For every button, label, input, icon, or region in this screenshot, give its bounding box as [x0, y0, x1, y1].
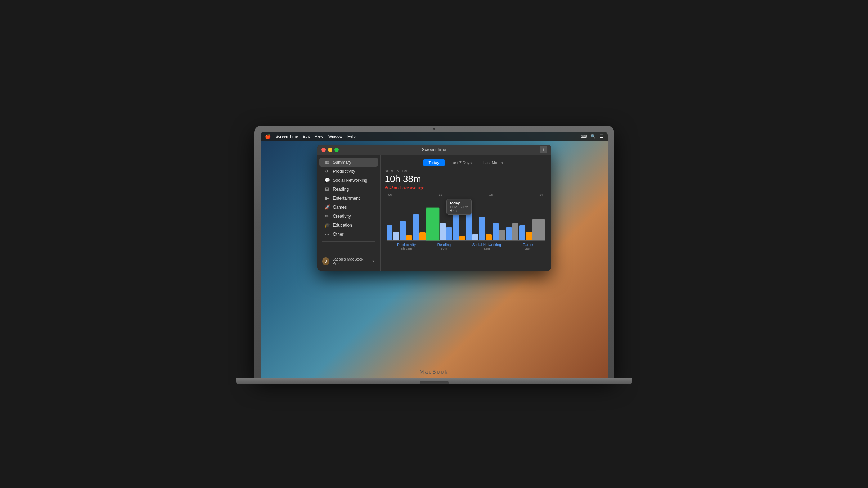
bar	[419, 232, 426, 240]
chart-area: 06 12 18 24	[385, 193, 547, 266]
sidebar-item-creativity[interactable]: ✏ Creativity	[319, 212, 378, 221]
chart-baseline	[387, 240, 545, 241]
window-titlebar: Screen Time ⬆	[317, 145, 551, 155]
bar-group-9	[493, 197, 505, 240]
category-time-productivity: 8h 25m	[397, 247, 416, 250]
category-reading: Reading 50m	[437, 243, 451, 250]
sidebar-label-other: Other	[333, 232, 344, 237]
entertainment-icon: ▶	[324, 195, 330, 201]
bar	[453, 212, 459, 240]
device-selector[interactable]: J Jacob's MacBook Pro ▼	[317, 255, 380, 268]
bar	[486, 234, 492, 240]
minimize-button[interactable]	[328, 148, 332, 152]
bar-group-3	[413, 197, 426, 240]
desktop-background: 🍎 Screen Time Edit View Window Help ⌨ 🔍 …	[261, 132, 608, 378]
sidebar-divider	[322, 241, 375, 242]
sidebar-item-productivity[interactable]: ✈ Productivity	[319, 167, 378, 176]
bar	[519, 225, 525, 240]
tooltip-time-range: 1 PM – 2 PM	[450, 205, 468, 209]
menubar-window[interactable]: Window	[328, 134, 342, 139]
category-time-social: 32m	[472, 247, 501, 250]
sidebar-item-social-networking[interactable]: 💬 Social Networking	[319, 176, 378, 185]
other-icon: ⋯	[324, 231, 330, 237]
sidebar-label-education: Education	[333, 223, 352, 228]
filter-last7-button[interactable]: Last 7 Days	[445, 159, 477, 166]
chart-x-labels: 06 12 18 24	[385, 193, 547, 196]
bar	[506, 227, 512, 240]
hover-tooltip: Today 1 PM – 2 PM 60m	[446, 199, 472, 215]
menu-icon[interactable]: ☰	[599, 134, 603, 139]
summary-icon: ▦	[324, 159, 330, 165]
sidebar-label-reading: Reading	[333, 187, 349, 192]
bar	[459, 236, 466, 240]
search-icon[interactable]: 🔍	[590, 134, 596, 139]
maximize-button[interactable]	[334, 148, 339, 152]
category-name-games: Games	[522, 243, 534, 247]
sidebar-item-summary[interactable]: ▦ Summary	[319, 158, 378, 167]
social-icon: 💬	[324, 177, 330, 183]
bar	[393, 232, 399, 240]
screen-bezel: 🍎 Screen Time Edit View Window Help ⌨ 🔍 …	[261, 132, 608, 378]
bar	[493, 223, 499, 240]
category-name-productivity: Productivity	[397, 243, 416, 247]
filter-last-month-button[interactable]: Last Month	[477, 159, 508, 166]
above-average-text: 45m above average	[390, 186, 424, 190]
category-social-networking: Social Networking 32m	[472, 243, 501, 250]
bar	[413, 214, 419, 240]
bar-group-8	[479, 197, 492, 240]
menubar-edit[interactable]: Edit	[303, 134, 310, 139]
bar-group-11	[519, 197, 532, 240]
reading-icon: ⊟	[324, 186, 330, 192]
screen-time-label: SCREEN TIME	[385, 169, 547, 173]
bar-group-10	[506, 197, 518, 240]
sidebar: ▦ Summary ✈ Productivity 💬 Social Networ…	[317, 155, 380, 271]
sidebar-item-entertainment[interactable]: ▶ Entertainment	[319, 194, 378, 203]
screen-time-value: 10h 38m	[385, 173, 547, 185]
share-button[interactable]: ⬆	[540, 146, 547, 153]
bar	[406, 235, 412, 240]
sidebar-item-education[interactable]: 🎓 Education	[319, 221, 378, 230]
bar	[499, 230, 505, 240]
time-filter-group: Today Last 7 Days Last Month	[385, 159, 547, 166]
sidebar-item-reading[interactable]: ⊟ Reading	[319, 185, 378, 194]
sidebar-item-games[interactable]: 🚀 Games	[319, 203, 378, 212]
screen-time-window: Screen Time ⬆ ▦ Summary	[317, 145, 551, 271]
category-time-reading: 50m	[437, 247, 451, 250]
filter-today-button[interactable]: Today	[423, 159, 445, 166]
bar	[512, 223, 518, 240]
chevron-down-icon: ▼	[372, 259, 375, 263]
apple-logo-icon[interactable]: 🍎	[265, 134, 271, 139]
macbook-screen-label: MacBook	[420, 369, 448, 375]
category-labels: Productivity 8h 25m Reading 50m Social N…	[385, 243, 547, 250]
window-body: ▦ Summary ✈ Productivity 💬 Social Networ…	[317, 155, 551, 271]
menubar-right: ⌨ 🔍 ☰	[581, 134, 603, 139]
laptop-outer: 🍎 Screen Time Edit View Window Help ⌨ 🔍 …	[254, 126, 614, 378]
sidebar-label-entertainment: Entertainment	[333, 196, 360, 201]
menubar: 🍎 Screen Time Edit View Window Help ⌨ 🔍 …	[261, 132, 608, 141]
education-icon: 🎓	[324, 222, 330, 228]
category-productivity: Productivity 8h 25m	[397, 243, 416, 250]
bar-group-2	[400, 197, 412, 240]
category-time-games: 26m	[522, 247, 534, 250]
creativity-icon: ✏	[324, 213, 330, 219]
tooltip-title: Today	[450, 201, 468, 205]
productivity-icon: ✈	[324, 168, 330, 174]
avatar: J	[322, 257, 330, 265]
menubar-app-name[interactable]: Screen Time	[276, 134, 298, 139]
sidebar-label-productivity: Productivity	[333, 169, 355, 174]
menubar-view[interactable]: View	[315, 134, 323, 139]
bar	[400, 221, 406, 240]
bar	[387, 225, 393, 240]
bar	[440, 223, 446, 240]
menubar-help[interactable]: Help	[347, 134, 356, 139]
traffic-lights	[321, 148, 339, 152]
sidebar-item-other[interactable]: ⋯ Other	[319, 230, 378, 239]
above-average-indicator: ⊘ 45m above average	[385, 185, 547, 190]
x-label-24: 24	[539, 193, 543, 196]
bar	[446, 227, 452, 240]
sidebar-label-summary: Summary	[333, 160, 351, 165]
bar-group-4-selected	[426, 197, 439, 240]
close-button[interactable]	[321, 148, 326, 152]
sidebar-label-social: Social Networking	[333, 178, 368, 183]
keyboard-icon: ⌨	[581, 134, 587, 139]
